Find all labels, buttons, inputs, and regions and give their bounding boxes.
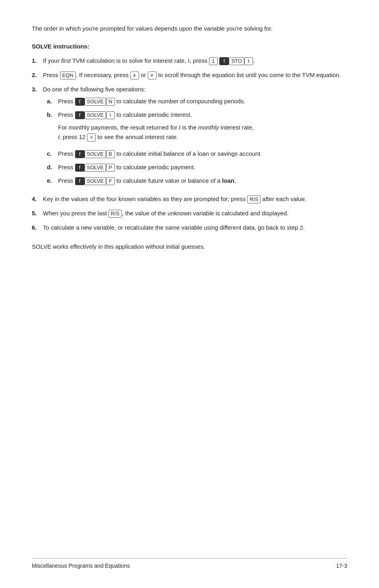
step-number: 5.: [32, 209, 43, 218]
italic-i: I: [179, 124, 180, 131]
key-f-dark: f: [219, 57, 229, 65]
key-solve-e: SOLVE: [85, 177, 106, 185]
step-content: If your first TVM calculation is to solv…: [43, 56, 347, 66]
key-eqn: EQN: [60, 72, 76, 79]
alpha-content: Press fSOLVEI to calculate periodic inte…: [58, 110, 347, 145]
key-up: ∧: [130, 72, 139, 79]
alpha-label: e.: [47, 176, 58, 186]
alpha-item: a. Press fSOLVEN to calculate the number…: [47, 97, 347, 106]
step-content: Key in the values of the four known vari…: [43, 194, 347, 204]
intro-paragraph: The order in which you're prompted for v…: [32, 24, 347, 33]
footer-label: Miscellaneous Programs and Equations: [32, 563, 130, 569]
alpha-label: b.: [47, 110, 58, 120]
alpha-list: a. Press fSOLVEN to calculate the number…: [43, 97, 347, 186]
italic-monthly: monthly: [198, 124, 219, 131]
alpha-content: Press fSOLVEP to calculate periodic paym…: [58, 162, 347, 172]
key-solve-c: SOLVE: [85, 150, 106, 158]
alpha-label: c.: [47, 149, 58, 159]
key-p: P: [106, 164, 115, 172]
step-content: To calculate a new variable, or recalcul…: [43, 223, 347, 232]
bold-loan: loan: [222, 177, 234, 184]
footer-divider: [32, 558, 347, 559]
alpha-item: c. Press fSOLVEB to calculate initial ba…: [47, 149, 347, 159]
page-content: The order in which you're prompted for v…: [32, 24, 347, 251]
step-content: Press EQN. If necessary, press ∧ or ∨ to…: [43, 70, 347, 80]
key-solve-b: SOLVE: [85, 111, 106, 119]
step-number: 4.: [32, 194, 43, 204]
alpha-label: d.: [47, 162, 58, 172]
alpha-content: Press fSOLVEF to calculate future value …: [58, 176, 347, 186]
key-rs-5: R/S: [108, 210, 122, 218]
key-down: ∨: [148, 72, 157, 79]
solve-note: SOLVE works effectively in this applicat…: [32, 242, 347, 251]
key-rs-4: R/S: [247, 195, 261, 203]
step-number: 2.: [32, 70, 43, 80]
key-f-dark: f: [75, 111, 85, 119]
step-content: When you press the last R/S, the value o…: [43, 209, 347, 218]
key-solve-d: SOLVE: [85, 164, 106, 172]
alpha-content: Press fSOLVEB to calculate initial balan…: [58, 149, 347, 159]
step-content: Do one of the following five operations:…: [43, 85, 347, 190]
italic-i2: i: [58, 133, 59, 140]
monthly-note: For monthly payments, the result returne…: [58, 123, 347, 142]
list-item: 4. Key in the values of the four known v…: [32, 194, 347, 204]
key-sto: STO: [229, 57, 244, 65]
step-number: 6.: [32, 223, 43, 232]
key-i-b: I: [106, 111, 115, 119]
key-f-dark: f: [75, 98, 85, 106]
key-solve-a: SOLVE: [85, 98, 106, 106]
list-item: 2. Press EQN. If necessary, press ∧ or ∨…: [32, 70, 347, 80]
step-number: 3.: [32, 85, 43, 94]
italic-text: first: [61, 57, 71, 64]
alpha-label: a.: [47, 97, 58, 106]
key-1: 1: [209, 57, 218, 65]
section-heading: SOLVE instructions:: [32, 43, 347, 50]
key-i-1: I: [244, 57, 253, 65]
alpha-item: b. Press fSOLVEI to calculate periodic i…: [47, 110, 347, 145]
key-n: N: [106, 98, 115, 106]
step-number: 1.: [32, 56, 43, 66]
alpha-item: e. Press fSOLVEF to calculate future val…: [47, 176, 347, 186]
numbered-list: 1. If your first TVM calculation is to s…: [32, 56, 347, 232]
list-item: 5. When you press the last R/S, the valu…: [32, 209, 347, 218]
key-times: ×: [87, 133, 96, 141]
key-f: F: [106, 177, 115, 185]
alpha-content: Press fSOLVEN to calculate the number of…: [58, 97, 347, 106]
list-item: 1. If your first TVM calculation is to s…: [32, 56, 347, 66]
list-item: 3. Do one of the following five operatio…: [32, 85, 347, 190]
key-f-dark: f: [75, 150, 85, 158]
page-footer: Miscellaneous Programs and Equations 17-…: [0, 558, 379, 569]
key-f-dark: f: [75, 164, 85, 172]
key-b: B: [106, 150, 115, 158]
key-f-dark: f: [75, 177, 85, 185]
footer-page: 17-3: [336, 563, 347, 569]
footer-row: Miscellaneous Programs and Equations 17-…: [32, 563, 347, 569]
list-item: 6. To calculate a new variable, or recal…: [32, 223, 347, 232]
alpha-item: d. Press fSOLVEP to calculate periodic p…: [47, 162, 347, 172]
